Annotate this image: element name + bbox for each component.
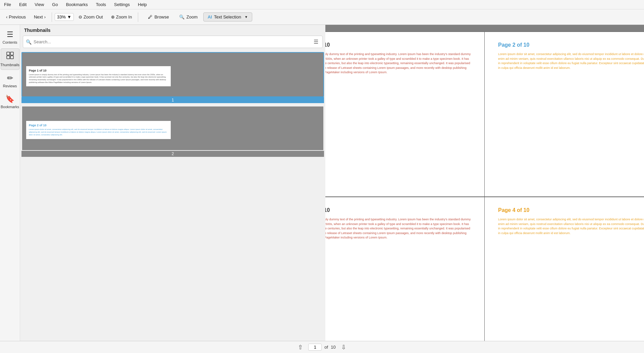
thumb-1-body: Lorem ipsum is simply dummy text of the … — [29, 74, 168, 84]
svg-rect-3 — [10, 56, 13, 59]
toolbar-right: 🖉 Browse 🔍 Zoom AI Text Selection ▼ — [144, 12, 252, 21]
next-arrow-icon: › — [44, 14, 46, 19]
separator-2 — [138, 12, 138, 22]
zoom-out-button[interactable]: ⊖ Zoom Out — [75, 13, 106, 21]
zoom-button[interactable]: 🔍 Zoom — [175, 12, 202, 21]
thumb-1-title: Page 1 of 10 — [29, 69, 168, 72]
menu-edit[interactable]: Edit — [18, 1, 28, 8]
menu-bar: File Edit View Go Bookmarks Tools Settin… — [0, 0, 644, 9]
pdf-page-1: Page 1 of 10 Lorem ipsum is simply dummy… — [325, 32, 485, 196]
svg-rect-1 — [10, 52, 13, 55]
main-content: ☰ Contents Thumbnails ✏ Reviews 🔖 Bookma… — [0, 25, 644, 353]
previous-arrow-icon: ‹ — [6, 14, 7, 19]
pdf-row-2: Page 3 of 10 Lorem ipsum is simply dummy… — [325, 197, 644, 353]
zoom-out-label: Zoom Out — [84, 14, 103, 19]
next-label: Next — [34, 14, 43, 19]
pdf-page-3: Page 3 of 10 Lorem ipsum is simply dummy… — [325, 197, 485, 353]
search-input[interactable] — [34, 39, 310, 44]
page-1-title: Page 1 of 10 — [325, 42, 471, 48]
menu-bookmarks[interactable]: Bookmarks — [65, 1, 89, 8]
menu-tools[interactable]: Tools — [95, 1, 107, 8]
thumb-2-title: Page 2 of 10 — [29, 124, 168, 127]
bottom-nav: ⇧ of 10 ⇩ — [325, 341, 644, 353]
thumbnail-page-1[interactable]: Page 1 of 10 Lorem ipsum is simply dummy… — [21, 52, 324, 103]
sidebar-item-reviews[interactable]: ✏ Reviews — [1, 71, 19, 91]
thumbnails-area[interactable]: Page 1 of 10 Lorem ipsum is simply dummy… — [20, 51, 325, 353]
menu-settings[interactable]: Settings — [113, 1, 131, 8]
zoom-label: Zoom — [186, 14, 198, 19]
filter-button[interactable]: ☰ — [312, 37, 320, 46]
search-icon: 🔍 — [26, 39, 32, 45]
thumb-1-label: 1 — [21, 97, 324, 103]
page-2-title: Page 2 of 10 — [498, 42, 644, 48]
reviews-icon: ✏ — [7, 74, 13, 83]
pdf-row-1: Page 1 of 10 Lorem ipsum is simply dummy… — [325, 32, 644, 197]
zoom-in-button[interactable]: ⊕ Zoom In — [108, 13, 136, 21]
previous-label: Previous — [9, 14, 26, 19]
zoom-in-label: Zoom In — [116, 14, 132, 19]
menu-file[interactable]: File — [3, 1, 12, 8]
page-down-button[interactable]: ⇩ — [338, 342, 349, 352]
thumbnail-page-2[interactable]: Page 2 of 10 Lorem ipsum dolor sit amet,… — [21, 106, 324, 157]
page-2-body: Lorem ipsum dolor sit amet, consectetur … — [498, 52, 644, 70]
contents-icon: ☰ — [7, 30, 13, 39]
pdf-pages-container: Page 1 of 10 Lorem ipsum is simply dummy… — [325, 32, 644, 353]
pdf-page-2: Page 2 of 10 Lorem ipsum dolor sit amet,… — [485, 32, 644, 196]
sidebar-item-bookmarks[interactable]: 🔖 Bookmarks — [1, 92, 19, 112]
menu-help[interactable]: Help — [137, 1, 148, 8]
svg-rect-0 — [7, 52, 10, 55]
sidebar-item-thumbnails[interactable]: Thumbnails — [1, 48, 19, 70]
page-of-label: of — [325, 345, 328, 350]
ai-text-selection-button[interactable]: AI Text Selection ▼ — [203, 12, 252, 21]
sidebar: ☰ Contents Thumbnails ✏ Reviews 🔖 Bookma… — [0, 25, 20, 353]
zoom-value: 33% — [57, 14, 66, 19]
ai-text-label: Text Selection — [214, 14, 241, 19]
thumbnails-icon — [6, 51, 14, 61]
zoom-out-icon: ⊖ — [78, 14, 82, 19]
browse-icon: 🖉 — [148, 14, 152, 19]
browse-label: Browse — [154, 14, 169, 19]
search-bar: 🔍 ☰ — [23, 36, 323, 48]
toolbar: ‹ Previous Next › 33% ▼ ⊖ Zoom Out ⊕ Zoo… — [0, 9, 644, 25]
total-pages: 10 — [331, 345, 335, 350]
page-4-title: Page 4 of 10 — [498, 207, 644, 213]
zoom-in-icon: ⊕ — [111, 14, 115, 19]
sidebar-item-contents-label: Contents — [2, 40, 17, 44]
menu-go[interactable]: Go — [51, 1, 59, 8]
zoom-chevron-icon: ▼ — [67, 14, 71, 19]
sidebar-item-reviews-label: Reviews — [3, 84, 17, 88]
ai-icon: AI — [208, 14, 212, 19]
page-3-title: Page 3 of 10 — [325, 207, 471, 213]
browse-button[interactable]: 🖉 Browse — [144, 12, 173, 21]
zoom-select[interactable]: 33% ▼ — [55, 13, 74, 21]
sidebar-item-bookmarks-label: Bookmarks — [1, 105, 19, 109]
thumb-2-label: 2 — [21, 151, 324, 157]
bookmarks-icon: 🔖 — [5, 95, 14, 103]
page-3-body: Lorem ipsum is simply dummy text of the … — [325, 217, 471, 240]
thumb-2-body: Lorem ipsum dolor sit amet, consectetur … — [29, 128, 168, 136]
ai-dropdown-arrow-icon: ▼ — [245, 15, 248, 19]
zoom-icon: 🔍 — [179, 14, 184, 19]
previous-button[interactable]: ‹ Previous — [3, 13, 29, 21]
page-4-body: Lorem ipsum dolor sit amet, consectetur … — [498, 217, 644, 235]
pdf-page-4: Page 4 of 10 Lorem ipsum dolor sit amet,… — [485, 197, 644, 353]
separator-1 — [52, 12, 52, 22]
sidebar-item-contents[interactable]: ☰ Contents — [1, 28, 19, 47]
menu-view[interactable]: View — [33, 1, 45, 8]
svg-rect-2 — [7, 56, 10, 59]
sidebar-item-thumbnails-label: Thumbnails — [0, 63, 19, 67]
pdf-view-area[interactable]: Page 1 of 10 Lorem ipsum is simply dummy… — [325, 25, 644, 353]
panel-content: Thumbnails 🔍 ☰ Page 1 of 10 Lorem ipsum … — [20, 25, 325, 353]
panel-title: Thumbnails — [20, 25, 325, 34]
page-1-body: Lorem ipsum is simply dummy text of the … — [325, 52, 471, 75]
next-button[interactable]: Next › — [31, 13, 49, 21]
